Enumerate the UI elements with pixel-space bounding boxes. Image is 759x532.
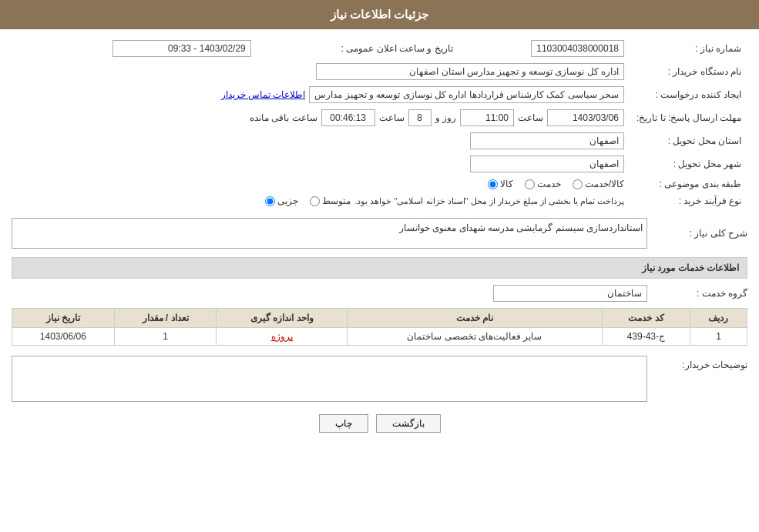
city-value-cell: اصفهان (12, 152, 630, 176)
purchase-type-label-motavas: متوسط (322, 196, 351, 206)
creator-flex: سحر سیاسی کمک کارشناس قراردادها اداره کل… (18, 86, 624, 103)
creator-value-cell: سحر سیاسی کمک کارشناس قراردادها اداره کل… (12, 83, 630, 106)
service-table: ردیف کد خدمت نام خدمت واحد اندازه گیری ت… (12, 308, 747, 346)
cell-code: ج-43-439 (602, 328, 690, 346)
description-label: شرح کلی نیاز : (647, 228, 747, 239)
print-button[interactable]: چاپ (319, 414, 368, 433)
purchase-type-radio-motavas[interactable] (310, 196, 320, 206)
city-field: اصفهان (470, 156, 624, 172)
cell-name: سایر فعالیت‌های تخصصی ساختمان (348, 328, 603, 346)
purchase-type-option-jozii[interactable]: جزیی (265, 196, 298, 206)
buyer-desc-row: توضیحات خریدار: (12, 353, 747, 407)
col-name: نام خدمت (348, 309, 603, 328)
back-button[interactable]: بازگشت (376, 414, 441, 433)
purchase-type-note: پرداخت تمام یا بخشی از مبلغ خریدار از مح… (354, 196, 624, 206)
category-radio-kala[interactable] (488, 179, 498, 189)
col-code: کد خدمت (602, 309, 690, 328)
category-radio-kala-khedmat[interactable] (573, 179, 583, 189)
province-row: استان محل تحویل : اصفهان (12, 129, 747, 152)
page-wrapper: جزئیات اطلاعات نیاز شماره نیاز : 1103004… (0, 0, 759, 532)
deadline-value-cell: 1403/03/06 ساعت 11:00 روز و 8 ساعت 00:46… (12, 106, 630, 129)
deadline-datetime: 1403/03/06 ساعت 11:00 روز و 8 ساعت 00:46… (18, 109, 624, 126)
cell-unit[interactable]: پروژه (217, 328, 348, 346)
buyer-desc-container (12, 356, 647, 404)
description-field: استانداردسازی سیستم گرمایشی مدرسه شهدای … (12, 218, 647, 249)
category-row: طبقه بندی موضوعی : کالا/خدمت خدمت کالا (12, 176, 747, 192)
province-label: استان محل تحویل : (630, 129, 747, 152)
buyer-desc-textarea[interactable] (12, 356, 647, 402)
category-label: طبقه بندی موضوعی : (630, 176, 747, 192)
purchase-type-flex: پرداخت تمام یا بخشی از مبلغ خریدار از مح… (18, 196, 624, 206)
contact-link[interactable]: اطلاعات تماس خریدار (221, 89, 306, 100)
service-group-label: گروه خدمت : (647, 288, 747, 299)
purchase-type-value-cell: پرداخت تمام یا بخشی از مبلغ خریدار از مح… (12, 192, 630, 209)
purchase-type-row: نوع فرآیند خرید : پرداخت تمام یا بخشی از… (12, 192, 747, 209)
buyer-label: نام دستگاه خریدار : (630, 60, 747, 83)
purchase-type-radio-group: متوسط جزیی (265, 196, 351, 206)
deadline-time-field: 11:00 (460, 109, 514, 126)
description-row: شرح کلی نیاز : استانداردسازی سیستم گرمای… (12, 216, 747, 251)
category-label-kala: کالا (500, 179, 513, 189)
service-group-row: گروه خدمت : ساختمان (12, 283, 747, 304)
buttons-row: بازگشت چاپ (12, 407, 747, 440)
main-content: شماره نیاز : 1103004038000018 تاریخ و سا… (0, 29, 759, 448)
purchase-type-label: نوع فرآیند خرید : (630, 192, 747, 209)
service-group-field: ساختمان (493, 285, 647, 302)
category-radio-group: کالا/خدمت خدمت کالا (18, 179, 624, 189)
remaining-label-text: ساعت باقی مانده (250, 112, 317, 123)
col-quantity: تعداد / مقدار (114, 309, 217, 328)
service-group-value-container: ساختمان (493, 285, 647, 302)
announcement-label-cell: تاریخ و ساعت اعلان عمومی : (257, 37, 459, 60)
service-table-head: ردیف کد خدمت نام خدمت واحد اندازه گیری ت… (12, 309, 747, 328)
deadline-row: مهلت ارسال پاسخ: تا تاریخ: 1403/03/06 سا… (12, 106, 747, 129)
cell-date: 1403/06/06 (12, 328, 115, 346)
col-date: تاریخ نیاز (12, 309, 115, 328)
category-option-khedmat[interactable]: خدمت (525, 179, 561, 189)
page-title: جزئیات اطلاعات نیاز (331, 8, 428, 21)
table-row: 1 ج-43-439 سایر فعالیت‌های تخصصی ساختمان… (12, 328, 747, 346)
remaining-time-field: 00:46:13 (321, 109, 375, 126)
purchase-type-label-jozii: جزیی (277, 196, 298, 206)
service-table-body: 1 ج-43-439 سایر فعالیت‌های تخصصی ساختمان… (12, 328, 747, 346)
buyer-desc-label: توضیحات خریدار: (647, 356, 747, 370)
category-option-kala-khedmat[interactable]: کالا/خدمت (573, 179, 624, 189)
request-number-row: شماره نیاز : 1103004038000018 تاریخ و سا… (12, 37, 747, 60)
announcement-value-cell: 1403/02/29 - 09:33 (12, 37, 257, 60)
buyer-value-cell: اداره کل نوسازی توسعه و تجهیز مدارس استا… (12, 60, 630, 83)
info-table: شماره نیاز : 1103004038000018 تاریخ و سا… (12, 37, 747, 209)
announcement-label: تاریخ و ساعت اعلان عمومی : (341, 43, 453, 54)
hour-label: ساعت (518, 112, 543, 123)
col-row: ردیف (690, 309, 747, 328)
purchase-type-radio-jozii[interactable] (265, 196, 275, 206)
buyer-row: نام دستگاه خریدار : اداره کل نوسازی توسع… (12, 60, 747, 83)
col-unit: واحد اندازه گیری (217, 309, 348, 328)
category-label-kala-khedmat: کالا/خدمت (585, 179, 624, 189)
city-row: شهر محل تحویل : اصفهان (12, 152, 747, 176)
category-value-cell: کالا/خدمت خدمت کالا (12, 176, 630, 192)
purchase-type-option-motavas[interactable]: متوسط (310, 196, 351, 206)
deadline-date-field: 1403/03/06 (547, 109, 624, 126)
category-label-khedmat: خدمت (537, 179, 561, 189)
category-option-kala[interactable]: کالا (488, 179, 513, 189)
creator-value-field: سحر سیاسی کمک کارشناس قراردادها اداره کل… (309, 86, 624, 103)
deadline-label: مهلت ارسال پاسخ: تا تاریخ: (630, 106, 747, 129)
request-number-field: 1103004038000018 (531, 40, 624, 57)
cell-quantity: 1 (114, 328, 217, 346)
buyer-value-field: اداره کل نوسازی توسعه و تجهیز مدارس استا… (316, 63, 624, 80)
announcement-value-field: 1403/02/29 - 09:33 (113, 40, 251, 57)
category-radio-khedmat[interactable] (525, 179, 535, 189)
days-field: 8 (408, 109, 432, 126)
service-section-header: اطلاعات خدمات مورد نیاز (12, 257, 747, 279)
request-number-label: شماره نیاز : (630, 37, 747, 60)
creator-label: ایجاد کننده درخواست : (630, 83, 747, 106)
cell-row: 1 (690, 328, 747, 346)
days-label-text: روز و (435, 112, 456, 123)
province-field: اصفهان (470, 132, 624, 149)
creator-row: ایجاد کننده درخواست : سحر سیاسی کمک کارش… (12, 83, 747, 106)
request-number-value: 1103004038000018 (459, 37, 630, 60)
remaining-time-label: ساعت (379, 112, 405, 123)
province-value-cell: اصفهان (12, 129, 630, 152)
description-container: استانداردسازی سیستم گرمایشی مدرسه شهدای … (12, 218, 647, 249)
city-label: شهر محل تحویل : (630, 152, 747, 176)
page-header: جزئیات اطلاعات نیاز (0, 0, 759, 29)
